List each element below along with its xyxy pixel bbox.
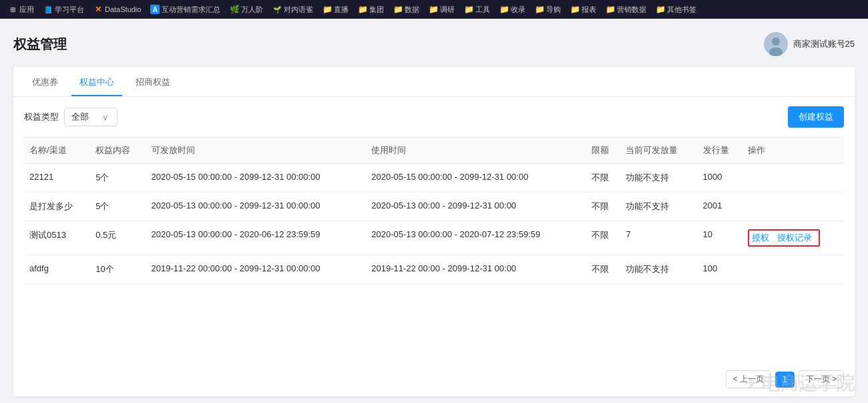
pagination: < 上一页 1 下一页 > [13, 362, 855, 396]
cell-use-time: 2020-05-15 00:00:00 - 2099-12-31 00:00 [366, 164, 586, 192]
tab-coupon[interactable]: 优惠券 [24, 67, 66, 96]
col-actions: 操作 [742, 138, 844, 164]
toolbar: 权益类型 全部 ∨ 创建权益 [13, 97, 855, 137]
header-row: 权益管理 商家测试账号25 [13, 32, 855, 56]
main-card: 优惠券 权益中心 招商权益 权益类型 全部 ∨ 创建权益 [13, 67, 855, 396]
topbar-hudong[interactable]: A 互动营销需求汇总 [148, 3, 223, 16]
topbar-daogou[interactable]: 📁 导购 [532, 3, 564, 16]
x-icon: ✕ [93, 5, 103, 14]
topbar-zhibo[interactable]: 📁 直播 [320, 3, 351, 16]
page-title: 权益管理 [13, 35, 67, 53]
folder-icon-8: 📁 [570, 5, 580, 14]
topbar-wanren[interactable]: 🌿 万人阶 [227, 3, 266, 16]
main-area: 权益管理 商家测试账号25 优惠券 权益中心 招商权益 [0, 19, 868, 403]
table-row: 221215个2020-05-15 00:00:00 - 2099-12-31 … [24, 164, 844, 192]
cell-limit: 不限 [586, 164, 620, 192]
cell-release-time: 2019-11-22 00:00:00 - 2099-12-31 00:00:0… [146, 255, 367, 284]
folder-icon-3: 📁 [393, 5, 403, 14]
cell-content: 5个 [90, 164, 146, 192]
cell-current: 7 [620, 221, 697, 255]
folder-icon-1: 📁 [322, 5, 332, 14]
create-benefit-button[interactable]: 创建权益 [788, 106, 844, 128]
cell-limit: 不限 [586, 192, 620, 221]
cell-actions [742, 192, 844, 221]
topbar-diaoyan[interactable]: 📁 调研 [426, 3, 457, 16]
col-limit: 限额 [586, 138, 620, 164]
cell-issued: 100 [698, 255, 742, 284]
cell-current: 功能不支持 [620, 192, 697, 221]
topbar-baobiao[interactable]: 📁 报表 [568, 3, 599, 16]
current-page-button[interactable]: 1 [775, 372, 795, 388]
table-row: afdfg10个2019-11-22 00:00:00 - 2099-12-31… [24, 255, 844, 284]
topbar: ⊞ 应用 📘 学习平台 ✕ DataStudio A 互动营销需求汇总 🌿 万人… [0, 0, 868, 19]
folder-icon-10: 📁 [656, 5, 665, 14]
cell-actions [742, 164, 844, 192]
folder-icon-2: 📁 [358, 5, 367, 14]
table-wrap: 名称/渠道 权益内容 可发放时间 使用时间 限额 当前可发放量 发行量 操作 2… [13, 137, 855, 362]
folder-icon-7: 📁 [535, 5, 544, 14]
topbar-xuexipingtai[interactable]: 📘 学习平台 [41, 3, 87, 16]
cell-release-time: 2020-05-13 00:00:00 - 2020-06-12 23:59:5… [146, 221, 367, 255]
grid-icon: ⊞ [8, 5, 17, 14]
benefits-table: 名称/渠道 权益内容 可发放时间 使用时间 限额 当前可发放量 发行量 操作 2… [24, 137, 844, 284]
topbar-shuju[interactable]: 📁 数据 [391, 3, 422, 16]
cell-release-time: 2020-05-13 00:00:00 - 2099-12-31 00:00:0… [146, 192, 367, 221]
cell-content: 0.5元 [90, 221, 146, 255]
topbar-gongju[interactable]: 📁 工具 [461, 3, 493, 16]
cell-current: 功能不支持 [620, 255, 697, 284]
benefit-type-select[interactable]: 全部 ∨ [64, 108, 118, 126]
cell-content: 5个 [90, 192, 146, 221]
cell-release-time: 2020-05-15 00:00:00 - 2099-12-31 00:00:0… [146, 164, 367, 192]
col-current: 当前可发放量 [620, 138, 697, 164]
cell-use-time: 2019-11-22 00:00 - 2099-12-31 00:00 [366, 255, 586, 284]
cell-issued: 2001 [698, 192, 742, 221]
topbar-jituan[interactable]: 📁 集团 [355, 3, 387, 16]
folder-icon-6: 📁 [499, 5, 509, 14]
tab-benefits[interactable]: 权益中心 [71, 67, 122, 96]
folder-icon-5: 📁 [464, 5, 473, 14]
topbar-yingxiao[interactable]: 📁 营销数据 [603, 3, 649, 16]
sprout-icon: 🌱 [272, 5, 282, 14]
table-row: 测试05130.5元2020-05-13 00:00:00 - 2020-06-… [24, 221, 844, 255]
table-header-row: 名称/渠道 权益内容 可发放时间 使用时间 限额 当前可发放量 发行量 操作 [24, 138, 844, 164]
tab-merchant[interactable]: 招商权益 [128, 67, 178, 96]
prev-page-button[interactable]: < 上一页 [726, 370, 771, 388]
cell-actions: 授权授权记录 [742, 221, 844, 255]
svg-point-1 [772, 37, 780, 45]
chevron-down-icon: ∨ [102, 112, 109, 122]
folder-icon-4: 📁 [429, 5, 438, 14]
cell-name: 测试0513 [24, 221, 90, 255]
username: 商家测试账号25 [793, 38, 855, 50]
cell-limit: 不限 [586, 221, 620, 255]
cell-use-time: 2020-05-13 00:00 - 2099-12-31 00:00 [366, 192, 586, 221]
tabs: 优惠券 权益中心 招商权益 [13, 67, 855, 97]
cell-name: 22121 [24, 164, 90, 192]
cell-current: 功能不支持 [620, 164, 697, 192]
col-name: 名称/渠道 [24, 138, 90, 164]
filter-label: 权益类型 [24, 111, 59, 123]
a-icon: A [150, 5, 160, 14]
cell-issued: 10 [698, 221, 742, 255]
topbar-yuque[interactable]: 🌱 对内语雀 [270, 3, 316, 16]
table-row: 是打发多少5个2020-05-13 00:00:00 - 2099-12-31 … [24, 192, 844, 221]
cell-name: afdfg [24, 255, 90, 284]
topbar-shoulu[interactable]: 📁 收录 [497, 3, 528, 16]
action-授权[interactable]: 授权 [752, 232, 769, 244]
cell-name: 是打发多少 [24, 192, 90, 221]
topbar-other[interactable]: 📁 其他书签 [653, 3, 699, 16]
cell-use-time: 2020-05-13 00:00:00 - 2020-07-12 23:59:5… [366, 221, 586, 255]
next-page-button[interactable]: 下一页 > [799, 370, 844, 388]
cell-limit: 不限 [586, 255, 620, 284]
cell-content: 10个 [90, 255, 146, 284]
cell-issued: 1000 [698, 164, 742, 192]
leaf-icon: 🌿 [230, 5, 239, 14]
action-授权记录[interactable]: 授权记录 [777, 232, 812, 244]
book-icon: 📘 [43, 5, 53, 14]
topbar-app[interactable]: ⊞ 应用 [5, 3, 37, 16]
filter-row: 权益类型 全部 ∨ [24, 108, 118, 126]
user-info: 商家测试账号25 [764, 32, 855, 56]
avatar [764, 32, 788, 56]
col-issued: 发行量 [698, 138, 742, 164]
topbar-datastudio[interactable]: ✕ DataStudio [91, 3, 144, 15]
col-release-time: 可发放时间 [146, 138, 367, 164]
